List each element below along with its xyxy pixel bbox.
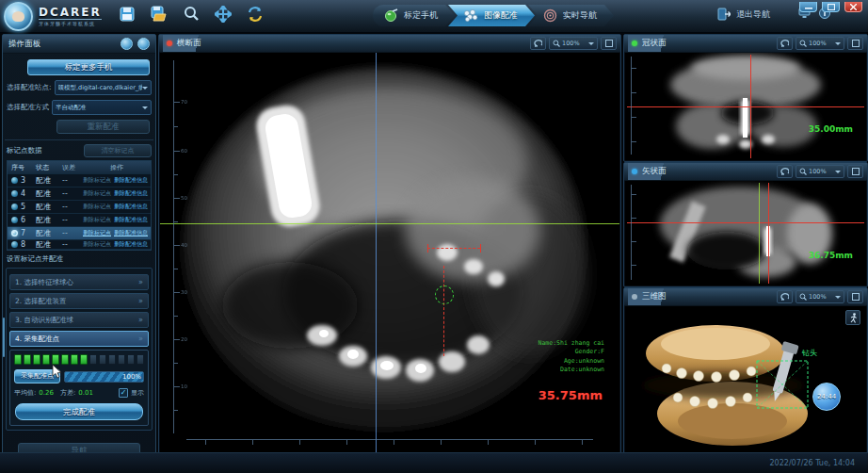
coronal-view-panel: 冠状面 100% bbox=[623, 34, 868, 162]
registration-method-select[interactable]: 半自动配准 bbox=[52, 100, 152, 115]
minimize-button[interactable] bbox=[799, 2, 817, 12]
axial-ct-canvas[interactable]: 70 60 50 40 30 20 10 Name:Sh bbox=[160, 53, 619, 452]
zoom-control[interactable]: 100% bbox=[796, 37, 844, 50]
panel-settings-button[interactable] bbox=[121, 38, 133, 50]
step-select-device[interactable]: 2. 选择配准装置» bbox=[9, 293, 149, 309]
operation-panel-title: 操作面板 bbox=[8, 39, 40, 50]
delete-registration-link[interactable]: 删除配准信息 bbox=[114, 216, 148, 224]
delete-marker-link[interactable]: 删除标记点 bbox=[83, 240, 111, 249]
patient-age: Age:unknown bbox=[538, 357, 604, 366]
delete-registration-link[interactable]: 删除配准信息 bbox=[114, 203, 148, 211]
reset-view-button[interactable] bbox=[777, 37, 793, 50]
fullscreen-button[interactable] bbox=[847, 37, 863, 50]
collect-points-panel: 采集配准点 100% 平均值: 0.26 方差: 0.01 ✓ 显示 完成配准 bbox=[9, 350, 149, 426]
exit-label: 退出导航 bbox=[736, 8, 770, 21]
tab-image-registration[interactable]: 图像配准 bbox=[448, 5, 535, 26]
datetime-label: 2022/07/26 Tue, 14:04 bbox=[770, 459, 855, 467]
tab-calibrate-handpiece[interactable]: 标定手机 bbox=[373, 5, 455, 26]
fullscreen-button[interactable] bbox=[847, 290, 863, 303]
delete-registration-link[interactable]: 删除配准信息 bbox=[114, 176, 148, 185]
reset-view-button[interactable] bbox=[530, 37, 546, 50]
save-icon[interactable] bbox=[118, 5, 137, 24]
table-row[interactable]: 4 配准 -- 删除标记点删除配准信息 bbox=[8, 188, 151, 201]
crosshair-vertical-red[interactable] bbox=[768, 183, 769, 284]
patient-date: Date:unknown bbox=[538, 366, 604, 374]
timer-badge: 24:44 bbox=[812, 383, 841, 411]
crosshair-vertical-line[interactable] bbox=[376, 53, 377, 452]
motion-tracking-button[interactable] bbox=[845, 310, 860, 325]
magnifier-icon bbox=[799, 293, 807, 301]
close-button[interactable] bbox=[844, 2, 862, 12]
mean-value: 0.26 bbox=[39, 389, 54, 397]
delete-marker-link[interactable]: 删除标记点 bbox=[83, 189, 111, 198]
collapse-icon: » bbox=[138, 278, 143, 286]
maximize-button[interactable] bbox=[822, 2, 840, 12]
target-circle-marker bbox=[435, 285, 454, 304]
step-auto-identify[interactable]: 3. 自动识别配准球» bbox=[9, 312, 149, 328]
tab-realtime-navigation[interactable]: 实时导航 bbox=[528, 5, 614, 26]
progress-percent: 100% bbox=[122, 372, 141, 382]
registration-site-label: 选择配准站点: bbox=[7, 83, 52, 92]
table-row-selected[interactable]: 7 配准 -- 删除标记点删除配准信息 bbox=[8, 227, 151, 240]
delete-marker-link[interactable]: 删除标记点 bbox=[83, 229, 111, 237]
delete-registration-link[interactable]: 删除配准信息 bbox=[114, 240, 148, 249]
table-row[interactable]: 5 配准 -- 删除标记点删除配准信息 bbox=[8, 201, 151, 214]
marker-table: 序号 状态 误差 操作 3 配准 -- 删除标记点删除配准信息 4 配准 -- … bbox=[7, 160, 152, 251]
clear-markers-button[interactable]: 清空标记点 bbox=[84, 144, 152, 157]
delete-marker-link[interactable]: 删除标记点 bbox=[83, 176, 111, 185]
zoom-value: 100% bbox=[809, 293, 827, 301]
calibrate-more-handpiece-button[interactable]: 标定更多手机 bbox=[27, 59, 150, 75]
crosshair-horizontal-line[interactable] bbox=[160, 223, 619, 224]
registration-site-select[interactable]: 颌模型,digital-care,dlkaier_病例 bbox=[55, 80, 152, 95]
threed-model-canvas[interactable]: 钻头 24:44 bbox=[625, 306, 866, 452]
delete-marker-link[interactable]: 删除标记点 bbox=[83, 216, 111, 224]
fullscreen-button[interactable] bbox=[601, 37, 617, 50]
fullscreen-button[interactable] bbox=[847, 165, 863, 178]
chevron-down-icon bbox=[142, 106, 148, 109]
panel-scrollbar[interactable] bbox=[3, 318, 5, 357]
step-collect-points[interactable]: 4. 采集配准点» bbox=[9, 331, 149, 347]
logo-bear-icon bbox=[4, 2, 33, 31]
show-checkbox[interactable]: ✓ bbox=[119, 388, 128, 398]
zoom-value: 100% bbox=[562, 40, 580, 47]
coronal-ct-canvas[interactable]: 35.00mm bbox=[625, 53, 866, 160]
jaw-3d-model: 钻头 bbox=[625, 306, 866, 452]
zoom-control[interactable]: 100% bbox=[549, 37, 598, 50]
crosshair-horizontal-red[interactable] bbox=[627, 106, 864, 107]
coronal-ruler bbox=[631, 57, 632, 155]
sagittal-dot-icon bbox=[632, 169, 637, 174]
panel-collapse-button[interactable] bbox=[137, 38, 150, 50]
pan-move-icon[interactable] bbox=[214, 5, 233, 24]
measurement-line-horizontal bbox=[427, 248, 480, 249]
save-as-icon[interactable] bbox=[150, 5, 169, 24]
delete-registration-link[interactable]: 删除配准信息 bbox=[114, 229, 148, 237]
reset-view-button[interactable] bbox=[777, 290, 793, 303]
patient-gender: Gender:F bbox=[538, 348, 604, 356]
delete-registration-link[interactable]: 删除配准信息 bbox=[114, 189, 148, 198]
magnifier-icon bbox=[799, 168, 807, 175]
sagittal-view-panel: 矢状面 100% bbox=[623, 162, 868, 287]
coronal-title: 冠状面 bbox=[642, 38, 667, 49]
re-register-button[interactable]: 重新配准 bbox=[56, 120, 150, 134]
exit-navigation-button[interactable]: 退出导航 bbox=[717, 8, 770, 21]
chevron-down-icon bbox=[142, 87, 148, 90]
sagittal-ct-image bbox=[625, 181, 866, 285]
table-row[interactable]: 3 配准 -- 删除标记点删除配准信息 bbox=[8, 174, 151, 188]
zoom-value: 100% bbox=[809, 40, 827, 47]
axial-title: 横断面 bbox=[177, 38, 201, 49]
table-row[interactable]: 8 配准 -- 删除标记点删除配准信息 bbox=[8, 240, 151, 250]
delete-marker-link[interactable]: 删除标记点 bbox=[83, 203, 111, 211]
step-select-sphere-center[interactable]: 1. 选择特征球球心» bbox=[9, 274, 149, 290]
tab-label: 实时导航 bbox=[563, 9, 597, 22]
marker-dot-selected-icon bbox=[11, 230, 18, 236]
search-icon[interactable] bbox=[182, 5, 201, 24]
table-row[interactable]: 6 配准 -- 删除标记点删除配准信息 bbox=[8, 214, 151, 227]
sagittal-ct-canvas[interactable]: 36.75mm bbox=[625, 181, 866, 285]
zoom-control[interactable]: 100% bbox=[796, 290, 844, 303]
data-sync-icon[interactable] bbox=[246, 5, 265, 24]
crosshair-horizontal-red[interactable] bbox=[627, 222, 864, 223]
zoom-control[interactable]: 100% bbox=[796, 165, 844, 178]
collect-points-button[interactable]: 采集配准点 bbox=[14, 369, 60, 383]
reset-view-button[interactable] bbox=[777, 165, 793, 178]
finish-registration-button[interactable]: 完成配准 bbox=[15, 403, 143, 420]
